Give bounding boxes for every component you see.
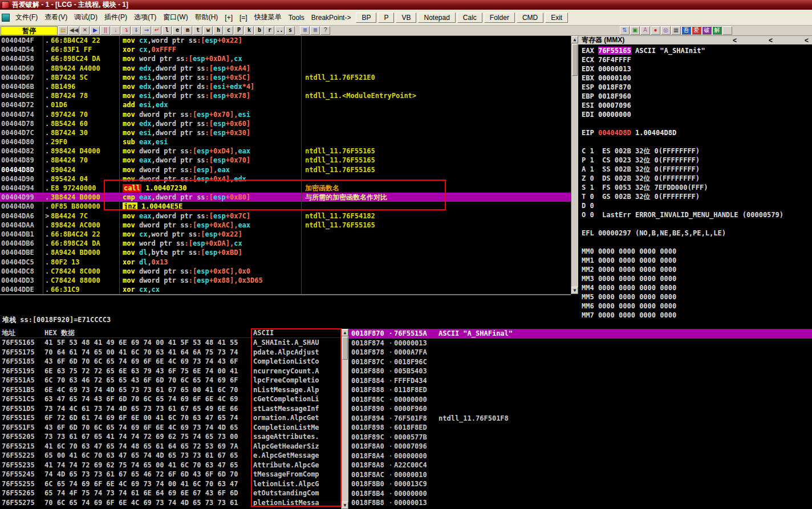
disasm-row[interactable]: 00404DC5.80F2 13xor dl,0x13 xyxy=(0,258,571,267)
executables-button[interactable]: e xyxy=(172,26,182,35)
log-window-button[interactable]: l xyxy=(162,26,172,35)
scroll-down-icon[interactable]: ▼ xyxy=(342,502,348,509)
mm2-register-row[interactable]: MM2 0000 0000 0000 0000 xyxy=(582,265,812,274)
wu-plugin-button[interactable]: 吾 xyxy=(681,26,691,35)
flag-line[interactable]: S 1 FS 0053 32位 7EFDD000(FFF) xyxy=(582,183,812,192)
restart-icon[interactable]: ◀◀ xyxy=(68,26,79,35)
windows-button[interactable]: w xyxy=(203,26,213,35)
disasm-row[interactable]: 00404DA6>8B4424 7Cmov eax,dword ptr ss:[… xyxy=(0,211,571,221)
appearance-icon[interactable]: ≣ xyxy=(310,26,320,35)
menu-button-exit[interactable]: Exit xyxy=(545,13,568,23)
esi-register-row[interactable]: ESI 00007096 xyxy=(582,101,812,110)
break-purple-icon[interactable]: ◎ xyxy=(661,26,671,35)
help-icon[interactable]: ? xyxy=(320,26,330,35)
menu-item-4[interactable]: 选项(T) xyxy=(131,11,160,23)
stack-row[interactable]: 0018F87C·0018F96C xyxy=(348,357,812,367)
open-file-icon[interactable]: ▤ xyxy=(58,26,68,35)
swap-view-icon[interactable]: ⇅ xyxy=(620,26,630,35)
dump-row[interactable]: 76F5527570 6C 65 74 69 6F 6E 4C 69 73 74… xyxy=(0,498,341,508)
run-trace-button[interactable]: ... xyxy=(275,26,285,35)
ascii-table-icon[interactable]: A xyxy=(640,26,650,35)
disasm-row[interactable]: 00404D99.3B8424 B0000cmp eax,dword ptr s… xyxy=(0,193,571,202)
menu-item-1[interactable]: 查看(V) xyxy=(41,11,71,23)
dump-row[interactable]: 76F551C563 47 65 74 43 6F 6D 70 6C 65 74… xyxy=(0,394,341,404)
eip-register-row[interactable]: EIP 00404D8D 1.00404D8D xyxy=(582,128,812,137)
menu-item-5[interactable]: 窗口(W) xyxy=(160,11,191,23)
flag-line[interactable]: P 1 CS 0023 32位 0(FFFFFFFF) xyxy=(582,156,812,165)
dump-row[interactable]: 76F5516541 5F 53 48 41 49 6E 69 74 00 41… xyxy=(0,338,341,348)
ai-plugin-button[interactable]: 爱 xyxy=(692,26,701,35)
stack-row[interactable]: 0018F8AC·00000010 xyxy=(348,470,812,480)
disasm-row[interactable]: 00404DB6.66:898C24 DAmov word ptr ss:[es… xyxy=(0,239,571,248)
close-program-icon[interactable]: ✕ xyxy=(80,26,90,35)
disasm-row[interactable]: 00404D82.898424 D4000mov dword ptr ss:[e… xyxy=(0,146,571,156)
disasm-row[interactable]: 00404D6B.8B1496mov edx,dword ptr ds:[esi… xyxy=(0,82,571,91)
esp-register-row[interactable]: ESP 0018F870 xyxy=(582,83,812,92)
windows-list-icon[interactable]: ≣ xyxy=(300,26,310,35)
stack-row[interactable]: 0018F890·0000F960 xyxy=(348,404,812,414)
stack-row[interactable]: 0018F8B0·000013C9 xyxy=(348,479,812,489)
disasm-row[interactable]: 00404DAA.898424 AC000mov dword ptr ss:[e… xyxy=(0,221,571,230)
disasm-row[interactable]: 00404DD3.C78424 88000mov dword ptr ss:[e… xyxy=(0,276,571,285)
disasm-row[interactable]: 00404D80.29F0sub eax,esi xyxy=(0,137,571,146)
ebx-register-row[interactable]: EBX 00000100 xyxy=(582,74,812,83)
dump-row[interactable]: 76F551B56E 4C 69 73 74 4D 65 73 73 61 67… xyxy=(0,385,341,395)
ebp-register-row[interactable]: EBP 0018F960 xyxy=(582,92,812,101)
registers-content[interactable]: EAX 76F55165 ASCII "A_SHAInit"ECX 76F4FF… xyxy=(578,44,812,320)
panel-collapse-button-2[interactable]: < xyxy=(805,36,809,44)
ecx-register-row[interactable]: ECX 76F4FFFF xyxy=(582,55,812,64)
window-green-icon[interactable]: ▣ xyxy=(630,26,640,35)
break-red-icon[interactable]: ● xyxy=(651,26,660,35)
dump-row[interactable]: 76F552556C 65 74 69 6F 6E 4C 69 73 74 00… xyxy=(0,479,341,489)
dump-row[interactable]: 76F5517570 64 61 74 65 00 41 6C 70 63 41… xyxy=(0,348,341,357)
dump-scrollbar[interactable]: ▲ ▼ xyxy=(341,329,348,509)
disasm-row[interactable]: 00404DA0.0F85 B800000jnz 1.00404E5E xyxy=(0,202,571,211)
mm5-register-row[interactable]: MM5 0000 0000 0000 0000 xyxy=(582,292,812,302)
menu-item-7[interactable]: [+] xyxy=(221,13,236,23)
menu-button-calc[interactable]: Calc xyxy=(457,13,482,23)
dump-row[interactable]: 76F551A56C 70 63 46 72 65 65 43 6F 6D 70… xyxy=(0,376,341,385)
panel-collapse-button-0[interactable]: < xyxy=(733,36,737,44)
flag-line[interactable]: D 0 xyxy=(582,201,812,210)
source-button[interactable]: s xyxy=(285,26,295,35)
stack-row[interactable]: 0018F870·76F5515AASCII "A_SHAFinal" xyxy=(348,329,812,339)
dump-row[interactable]: 76F551E56F 72 6D 61 74 69 6F 6E 00 41 6C… xyxy=(0,413,341,423)
mm7-register-row[interactable]: MM7 0000 0000 0000 0000 xyxy=(582,311,812,320)
menu-item-3[interactable]: 插件(P) xyxy=(101,11,131,23)
dump-row[interactable]: 76F5521541 6C 70 63 47 65 74 48 65 61 64… xyxy=(0,442,341,451)
dump-row[interactable]: 76F5526565 74 4F 75 74 73 74 61 6E 64 69… xyxy=(0,488,341,498)
menu-item-8[interactable]: [=] xyxy=(236,13,251,23)
handles-button[interactable]: h xyxy=(213,26,223,35)
stack-row[interactable]: 0018F888·0118F8ED xyxy=(348,385,812,395)
stack-row[interactable]: 0018F880·005B5403 xyxy=(348,367,812,376)
disassembly-pane[interactable]: 00404D4F.66:8B4C24 22mov cx,word ptr ss:… xyxy=(0,36,571,294)
dump-row[interactable]: 76F5518543 6F 6D 70 6C 65 74 69 6F 6E 4C… xyxy=(0,357,341,367)
dump-row[interactable]: 76F5520573 73 61 67 65 41 74 74 72 69 62… xyxy=(0,432,341,442)
stack-row[interactable]: 0018F8B4·00000000 xyxy=(348,489,812,499)
eax-register-row[interactable]: EAX 76F55165 ASCII "A_SHAInit" xyxy=(582,46,812,55)
references-button[interactable]: r xyxy=(265,26,274,35)
mm4-register-row[interactable]: MM4 0000 0000 0000 0000 xyxy=(582,283,812,292)
animate-into-icon[interactable]: ⇓ xyxy=(131,26,141,35)
po-plugin-button[interactable]: 破 xyxy=(702,26,712,35)
scroll-thumb[interactable] xyxy=(342,337,348,360)
scroll-thumb[interactable] xyxy=(572,44,578,76)
dump-row[interactable]: 76F5522565 00 41 6C 70 63 47 65 74 4D 65… xyxy=(0,451,341,461)
dump-row[interactable]: 76F5524574 4D 65 73 73 61 67 65 46 72 6F… xyxy=(0,470,341,479)
run-icon[interactable]: ▶ xyxy=(90,26,100,35)
pause-icon[interactable]: || xyxy=(100,26,110,35)
disasm-row[interactable]: 00404D89.8B4424 70mov eax,dword ptr ss:[… xyxy=(0,156,571,165)
animate-over-icon[interactable]: ⇒ xyxy=(141,26,151,35)
stack-row[interactable]: 0018F874·00000013 xyxy=(348,339,812,348)
flag-line[interactable]: C 1 ES 002B 32位 0(FFFFFFFF) xyxy=(582,146,812,156)
mdi-child-icon[interactable] xyxy=(2,14,10,22)
stack-row[interactable]: 0018F8A0·00007096 xyxy=(348,442,812,451)
scroll-up-icon[interactable]: ▲ xyxy=(571,36,578,43)
mm0-register-row[interactable]: MM0 0000 0000 0000 0000 xyxy=(582,247,812,256)
stack-row[interactable]: 0018F894·76F501F8ntdll_11.76F501F8 xyxy=(348,414,812,424)
disasm-row[interactable]: 00404D74.897424 70mov dword ptr ss:[esp+… xyxy=(0,110,571,119)
disasm-row[interactable]: 00404D72.01D6add esi,edx xyxy=(0,100,571,109)
run-to-return-icon[interactable]: ↵ xyxy=(152,26,161,35)
call-stack-button[interactable]: k xyxy=(244,26,254,35)
edi-register-row[interactable]: EDI 00000000 xyxy=(582,110,812,119)
